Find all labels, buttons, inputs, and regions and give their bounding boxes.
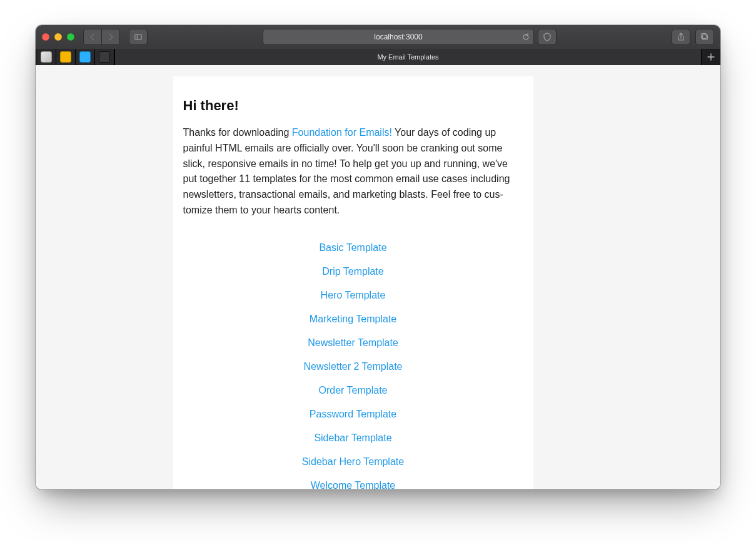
page-content: Hi there! Thanks for downloading Foundat…	[173, 76, 533, 489]
reload-icon	[522, 33, 530, 41]
window-minimize-button[interactable]	[54, 33, 62, 41]
show-tabs-button[interactable]	[695, 29, 714, 45]
shield-icon	[543, 33, 552, 41]
chevron-right-icon	[107, 33, 114, 41]
plus-icon	[707, 53, 715, 61]
sidebar-icon	[134, 33, 142, 41]
privacy-report-button[interactable]	[538, 29, 557, 45]
intro-paragraph: Thanks for downloading Foundation for Em…	[183, 125, 523, 218]
browser-toolbar: localhost:3000	[36, 25, 720, 49]
toolbar-right	[672, 29, 714, 45]
favicon-icon	[99, 51, 110, 63]
template-list: Basic Template Drip Template Hero Templa…	[183, 236, 523, 489]
list-item: Basic Template	[183, 236, 523, 260]
tab-title-text: My Email Templates	[377, 53, 438, 61]
traffic-lights	[42, 33, 74, 41]
template-link-drip[interactable]: Drip Template	[322, 266, 383, 277]
template-link-sidebar[interactable]: Sidebar Template	[314, 432, 391, 443]
svg-rect-0	[135, 34, 141, 40]
list-item: Order Template	[183, 379, 523, 402]
address-text: localhost:3000	[374, 33, 422, 41]
template-link-basic[interactable]: Basic Template	[319, 242, 386, 253]
page-heading: Hi there!	[183, 98, 523, 114]
address-bar-group: localhost:3000	[263, 29, 557, 45]
intro-text-after: Your days of coding up painful HTML emai…	[183, 127, 510, 215]
favicon-icon	[41, 51, 52, 63]
template-link-welcome[interactable]: Welcome Template	[311, 480, 395, 489]
template-link-hero[interactable]: Hero Template	[321, 290, 386, 300]
template-link-order[interactable]: Order Template	[319, 385, 388, 396]
svg-rect-3	[702, 34, 707, 39]
list-item: Newsletter 2 Template	[183, 355, 523, 379]
favorite-4[interactable]	[95, 49, 114, 65]
tabs-icon	[700, 33, 709, 41]
list-item: Sidebar Template	[183, 426, 523, 450]
active-tab[interactable]: My Email Templates	[114, 49, 702, 65]
list-item: Newsletter Template	[183, 331, 523, 355]
nav-back-forward	[83, 29, 120, 45]
forward-button[interactable]	[102, 29, 120, 45]
favicon-icon	[60, 51, 71, 63]
svg-rect-2	[703, 35, 708, 40]
intro-text-before: Thanks for downloading	[183, 127, 292, 138]
browser-window: localhost:3000	[36, 25, 720, 489]
window-zoom-button[interactable]	[67, 33, 74, 41]
favicon-icon	[79, 51, 91, 63]
list-item: Marketing Template	[183, 307, 523, 331]
template-link-password[interactable]: Password Template	[310, 409, 396, 419]
share-button[interactable]	[672, 29, 690, 45]
template-link-marketing[interactable]: Marketing Template	[310, 314, 396, 324]
foundation-link[interactable]: Foundation for Emails!	[292, 127, 392, 138]
new-tab-button[interactable]	[702, 49, 720, 65]
template-link-sidebar-hero[interactable]: Sidebar Hero Template	[302, 456, 404, 467]
reload-button[interactable]	[522, 33, 530, 41]
list-item: Hero Template	[183, 284, 523, 307]
list-item: Drip Template	[183, 260, 523, 284]
tab-bar: My Email Templates	[36, 49, 720, 65]
favorite-1[interactable]	[37, 49, 56, 65]
share-icon	[677, 33, 685, 41]
favorite-3[interactable]	[76, 49, 95, 65]
list-item: Password Template	[183, 402, 523, 426]
template-link-newsletter[interactable]: Newsletter Template	[308, 337, 398, 348]
favorites-bar	[36, 49, 114, 65]
back-button[interactable]	[83, 29, 102, 45]
window-close-button[interactable]	[42, 33, 49, 41]
page-viewport[interactable]: Hi there! Thanks for downloading Foundat…	[36, 65, 720, 489]
list-item: Sidebar Hero Template	[183, 450, 523, 474]
show-sidebar-button[interactable]	[129, 29, 148, 45]
address-bar[interactable]: localhost:3000	[263, 29, 534, 45]
favorite-2[interactable]	[56, 49, 76, 65]
chevron-left-icon	[89, 33, 96, 41]
template-link-newsletter-2[interactable]: Newsletter 2 Template	[304, 361, 403, 372]
list-item: Welcome Template	[183, 474, 523, 489]
